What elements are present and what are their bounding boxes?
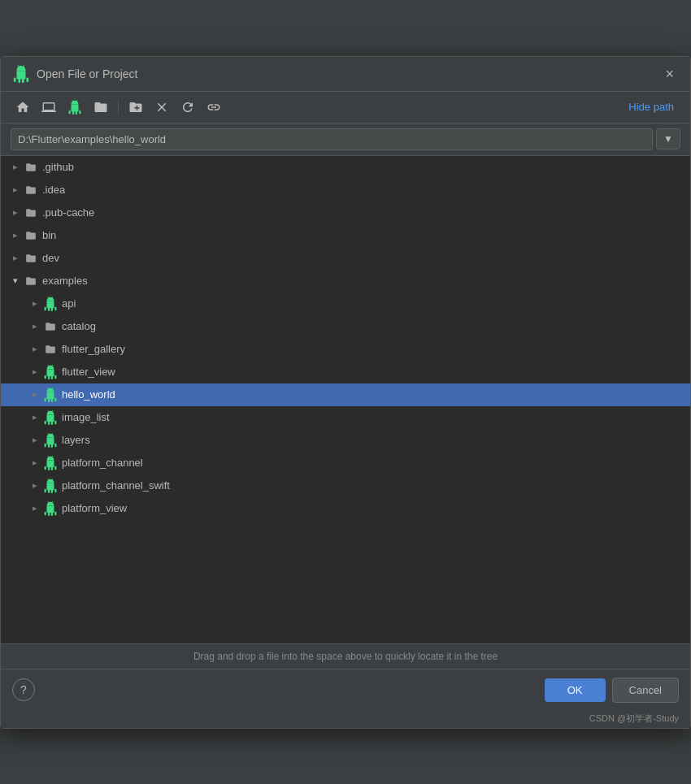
android-toolbar-button[interactable] bbox=[63, 97, 87, 118]
cancel-button[interactable]: Cancel bbox=[612, 678, 679, 703]
tree-item-github[interactable]: ▸.github bbox=[1, 156, 690, 179]
footer-hint: Drag and drop a file into the space abov… bbox=[1, 643, 690, 669]
path-bar: ▼ bbox=[1, 123, 690, 156]
chevron-flutter_gallery[interactable]: ▸ bbox=[27, 341, 43, 357]
path-input[interactable] bbox=[11, 128, 653, 150]
item-name-platform_channel_swift: platform_channel_swift bbox=[62, 479, 170, 492]
tree-item-hello_world[interactable]: ▸hello_world bbox=[1, 383, 690, 406]
tree-item-image_list[interactable]: ▸image_list bbox=[1, 406, 690, 429]
item-name-flutter_view: flutter_view bbox=[62, 366, 115, 378]
close-button[interactable]: × bbox=[660, 65, 679, 83]
title-bar: Open File or Project × bbox=[1, 57, 690, 92]
tree-item-api[interactable]: ▸api bbox=[1, 292, 690, 315]
chevron-platform_channel_swift[interactable]: ▸ bbox=[27, 478, 43, 494]
delete-button[interactable] bbox=[150, 97, 174, 118]
chevron-image_list[interactable]: ▸ bbox=[27, 409, 43, 426]
chevron-dev[interactable]: ▸ bbox=[7, 250, 24, 266]
item-name-flutter_gallery: flutter_gallery bbox=[62, 343, 125, 355]
item-name-pub-cache: .pub-cache bbox=[42, 206, 94, 219]
tree-item-bin[interactable]: ▸bin bbox=[1, 224, 690, 247]
tree-item-catalog[interactable]: ▸catalog bbox=[1, 315, 690, 338]
footer-buttons: ? OK Cancel bbox=[1, 669, 690, 711]
item-name-dev: dev bbox=[42, 252, 59, 264]
item-name-bin: bin bbox=[42, 229, 56, 241]
dialog-title: Open File or Project bbox=[37, 67, 654, 80]
chevron-github[interactable]: ▸ bbox=[7, 159, 24, 175]
item-name-idea: .idea bbox=[42, 184, 65, 196]
android-title-icon bbox=[12, 65, 30, 83]
chevron-flutter_view[interactable]: ▸ bbox=[27, 364, 43, 380]
chevron-api[interactable]: ▸ bbox=[27, 296, 43, 312]
toolbar-separator-1 bbox=[118, 99, 119, 115]
tree-item-platform_view[interactable]: ▸platform_view bbox=[1, 497, 690, 520]
tree-item-platform_channel_swift[interactable]: ▸platform_channel_swift bbox=[1, 474, 690, 497]
tree-item-pub-cache[interactable]: ▸.pub-cache bbox=[1, 201, 690, 224]
toolbar: Hide path bbox=[1, 92, 690, 123]
tree-item-platform_channel[interactable]: ▸platform_channel bbox=[1, 452, 690, 474]
chevron-idea[interactable]: ▸ bbox=[7, 182, 24, 198]
copy-link-button[interactable] bbox=[202, 97, 226, 118]
item-name-examples: examples bbox=[42, 275, 88, 287]
chevron-pub-cache[interactable]: ▸ bbox=[7, 205, 24, 221]
chevron-platform_view[interactable]: ▸ bbox=[27, 500, 43, 517]
tree-item-layers[interactable]: ▸layers bbox=[1, 429, 690, 452]
item-name-layers: layers bbox=[62, 434, 90, 446]
home-button[interactable] bbox=[11, 97, 35, 118]
tree-item-flutter_view[interactable]: ▸flutter_view bbox=[1, 361, 690, 383]
watermark: CSDN @初学者-Study bbox=[1, 711, 690, 728]
chevron-platform_channel[interactable]: ▸ bbox=[27, 455, 43, 471]
desktop-button[interactable] bbox=[37, 97, 61, 118]
tree-item-dev[interactable]: ▸dev bbox=[1, 247, 690, 270]
item-name-catalog: catalog bbox=[62, 320, 96, 332]
open-file-dialog: Open File or Project × bbox=[0, 56, 691, 729]
path-dropdown-button[interactable]: ▼ bbox=[656, 128, 680, 149]
help-button[interactable]: ? bbox=[12, 678, 35, 701]
item-name-api: api bbox=[62, 297, 76, 310]
open-folder-button[interactable] bbox=[89, 97, 113, 118]
refresh-button[interactable] bbox=[176, 97, 200, 118]
chevron-catalog[interactable]: ▸ bbox=[27, 318, 43, 335]
tree-item-examples[interactable]: ▾examples bbox=[1, 270, 690, 292]
item-name-image_list: image_list bbox=[62, 411, 110, 423]
tree-item-idea[interactable]: ▸.idea bbox=[1, 179, 690, 201]
chevron-bin[interactable]: ▸ bbox=[7, 227, 24, 244]
item-name-platform_view: platform_view bbox=[62, 502, 127, 514]
item-name-github: .github bbox=[42, 161, 74, 173]
item-name-platform_channel: platform_channel bbox=[62, 457, 143, 469]
ok-button[interactable]: OK bbox=[545, 678, 606, 702]
hide-path-button[interactable]: Hide path bbox=[622, 97, 680, 116]
chevron-examples[interactable]: ▾ bbox=[7, 273, 24, 289]
new-folder-button[interactable] bbox=[124, 97, 148, 118]
file-tree[interactable]: ▸.github▸.idea▸.pub-cache▸bin▸dev▾exampl… bbox=[1, 156, 690, 643]
chevron-layers[interactable]: ▸ bbox=[27, 432, 43, 448]
item-name-hello_world: hello_world bbox=[62, 388, 115, 401]
tree-item-flutter_gallery[interactable]: ▸flutter_gallery bbox=[1, 338, 690, 361]
chevron-hello_world[interactable]: ▸ bbox=[27, 387, 43, 403]
